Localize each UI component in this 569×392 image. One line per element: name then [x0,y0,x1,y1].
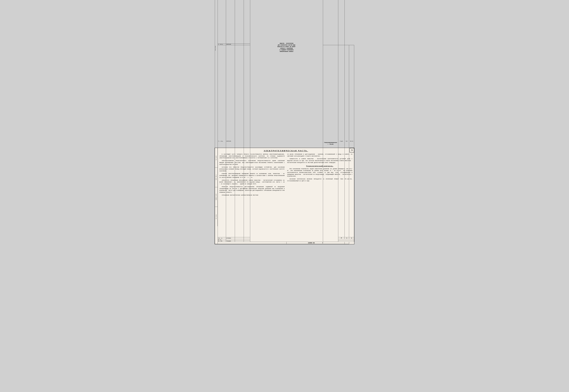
sig-name-1: ШААРГН [226,0,235,44]
sig-sign-5 [235,239,244,240]
sig-date-6 [244,240,250,242]
side-label-1: Инв №дубл. [215,148,218,168]
sig-date-1 [244,0,250,44]
sig-name-3: НЕКРАСОВ [226,45,235,237]
main-doc-title: Фильтры - поглотители для резервуаров чи… [250,0,323,242]
side-label-2: ВЗАМ. ИНВ № [215,168,218,187]
sig-role-6: Пр. ПКИ. [218,240,226,242]
sig-date-5 [244,239,250,240]
col-header-list: Лист [345,45,349,237]
sig-name-4: БУРОВИНА [226,237,235,239]
stamp-table: Инв №подл. Привязан ТП 0901-9-19.Л87 П3 … [215,0,354,244]
sig-sign-6 [235,240,244,242]
sig-role-1: Нм. опд. [218,0,226,44]
sig-date-3 [244,45,250,237]
sig-name-2: НЕКРАСОВ [226,44,235,45]
sig-date-4 [244,237,250,239]
org-block: Гипрокоммунводоканал г. Москва [323,45,338,242]
val-list: 1 [345,237,349,239]
footer-code-cell: 22666-02 4 [287,242,345,244]
footer-extra [345,242,349,244]
val-stadia: Р [338,237,345,239]
side-label-4: Инв №подл. [215,207,218,226]
extra-cells-6 [338,240,354,242]
sig-sign-3 [235,45,244,237]
sig-role-4: Рук. гр. [218,237,226,239]
sheet-label: П3 [338,0,345,45]
extra-cells-5 [338,239,354,240]
col-header-listov: Листов [349,45,354,237]
doc-code: ТП 0901-9-19.Л87 [323,0,338,45]
side-label-3: ПОДПИСЬ И ДАТА [215,187,218,207]
sig-role-5: Нм. №. [218,239,226,240]
sig-name-6: ТАЛЬЦЕВА [226,240,235,242]
stamp-area: Инв №подл. Привязан ТП 0901-9-19.Л87 П3 … [215,0,354,244]
sig-sign-2 [235,44,244,45]
sig-role-3: Гл. спец. [218,45,226,237]
sig-sign-1 [235,0,244,44]
sig-name-5 [226,239,235,240]
col-header-stadia: Стадия [338,45,345,237]
sig-role-2: Н. Контр. [218,44,226,45]
side-label-strip: Инв №дубл. ВЗАМ. ИНВ № ПОДПИСЬ И ДАТА Ин… [215,148,218,226]
sig-date-2 [244,44,250,45]
val-listov: 1 [349,237,354,239]
document-page: 3 Инв №дубл. ВЗАМ. ИНВ № ПОДПИСЬ И ДАТА … [215,148,354,244]
sig-sign-4 [235,237,244,239]
